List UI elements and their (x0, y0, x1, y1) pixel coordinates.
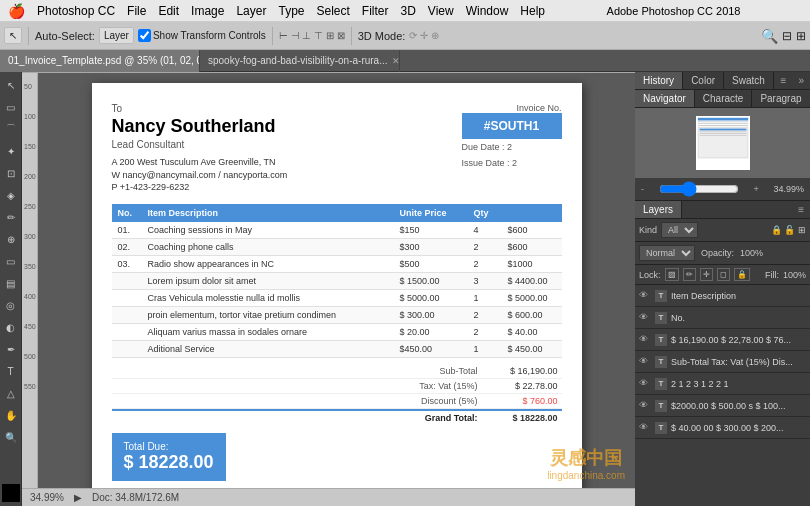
layer-visibility-icon[interactable]: 👁 (639, 422, 651, 434)
tool-eraser[interactable]: ▭ (2, 252, 20, 270)
menu-window[interactable]: Window (466, 4, 509, 18)
menu-photoshop[interactable]: Photoshop CC (37, 4, 115, 18)
col-total (502, 204, 562, 222)
tab-color[interactable]: Color (683, 72, 724, 89)
menu-image[interactable]: Image (191, 4, 224, 18)
cell-total: $600 (502, 238, 562, 255)
list-item[interactable]: 👁 T $ 40.00 00 $ 300.00 $ 200... (635, 417, 810, 439)
list-item[interactable]: 👁 T No. (635, 307, 810, 329)
tab-spooky[interactable]: spooky-fog-and-bad-visibility-on-a-rura.… (200, 50, 400, 72)
tab-history[interactable]: History (635, 72, 683, 89)
lock-image-btn[interactable]: ✏ (683, 268, 696, 281)
panel-tabs-history: History Color Swatch ≡ » (635, 72, 810, 90)
show-transform-checkbox[interactable] (138, 29, 151, 42)
tool-move[interactable]: ↖ (2, 76, 20, 94)
menu-edit[interactable]: Edit (158, 4, 179, 18)
show-transform-label[interactable]: Show Transform Controls (138, 29, 266, 42)
navigator-panel: Navigator Characte Paragrap Glyphs (635, 90, 810, 201)
document-view[interactable]: To Nancy Southerland Lead Consultant A 2… (38, 73, 635, 506)
tab-swatch[interactable]: Swatch (724, 72, 774, 89)
nav-zoom-out-icon[interactable]: - (641, 184, 644, 194)
tool-path[interactable]: △ (2, 384, 20, 402)
menu-view[interactable]: View (428, 4, 454, 18)
layer-visibility-icon[interactable]: 👁 (639, 400, 651, 412)
list-item[interactable]: 👁 T $ 16,190.00 $ 22,78.00 $ 76... (635, 329, 810, 351)
tab-character[interactable]: Characte (695, 90, 753, 107)
menu-3d[interactable]: 3D (401, 4, 416, 18)
tab-paragraph[interactable]: Paragrap (752, 90, 810, 107)
address-line3: P +1-423-229-6232 (112, 181, 288, 194)
menu-filter[interactable]: Filter (362, 4, 389, 18)
expand-icon[interactable]: ⊞ (796, 29, 806, 43)
tool-arrow[interactable]: ↖ (4, 27, 22, 44)
layer-visibility-icon[interactable]: 👁 (639, 378, 651, 390)
nav-zoom-slider[interactable] (659, 181, 739, 197)
tool-lasso[interactable]: ⌒ (2, 120, 20, 138)
tool-clone[interactable]: ⊕ (2, 230, 20, 248)
list-item[interactable]: 👁 T Sub-Total Tax: Vat (15%) Dis... (635, 351, 810, 373)
tab-close-spooky[interactable]: ✕ (392, 56, 400, 66)
panel-menu-icon[interactable]: ≡ (775, 72, 793, 89)
list-item[interactable]: 👁 T 2 1 2 3 1 2 2 1 (635, 373, 810, 395)
tool-hand[interactable]: ✋ (2, 406, 20, 424)
apple-menu[interactable]: 🍎 (8, 3, 25, 19)
menu-select[interactable]: Select (316, 4, 349, 18)
tab-layers[interactable]: Layers (635, 201, 682, 218)
ruler-v-mark: 100 (24, 113, 36, 120)
tab-invoice[interactable]: 01_Invoice_Template.psd @ 35% (01, 02, 0… (0, 50, 200, 72)
tool-eyedropper[interactable]: ◈ (2, 186, 20, 204)
nav-preview (635, 108, 810, 178)
tool-text[interactable]: T (2, 362, 20, 380)
close-icon-tr[interactable]: ⊟ (782, 29, 792, 43)
tab-navigator[interactable]: Navigator (635, 90, 695, 107)
blend-mode-select[interactable]: Normal (639, 245, 695, 261)
layer-visibility-icon[interactable]: 👁 (639, 356, 651, 368)
lock-artboard-btn[interactable]: ◻ (717, 268, 730, 281)
layer-name: Sub-Total Tax: Vat (15%) Dis... (671, 357, 806, 367)
tool-blur[interactable]: ◎ (2, 296, 20, 314)
menu-type[interactable]: Type (278, 4, 304, 18)
cell-total: $ 600.00 (502, 306, 562, 323)
search-icon[interactable]: 🔍 (761, 28, 778, 44)
invoice-number: #SOUTH1 (462, 113, 562, 139)
cell-qty: 3 (468, 272, 502, 289)
layer-visibility-icon[interactable]: 👁 (639, 312, 651, 324)
right-panels: History Color Swatch ≡ » 📷 🗑 T Edit Type… (635, 72, 810, 506)
tax-value: $ 22.78.00 (482, 379, 562, 393)
kind-select[interactable]: All (661, 222, 698, 238)
nav-zoom-in-icon[interactable]: + (753, 184, 758, 194)
tool-gradient[interactable]: ▤ (2, 274, 20, 292)
cell-no (112, 323, 142, 340)
invoice-table: No. Item Description Unite Price Qty 01.… (112, 204, 562, 358)
menu-file[interactable]: File (127, 4, 146, 18)
layer-type-icon: T (655, 378, 667, 390)
menu-layer[interactable]: Layer (236, 4, 266, 18)
tool-magic-wand[interactable]: ✦ (2, 142, 20, 160)
tool-crop[interactable]: ⊡ (2, 164, 20, 182)
list-item[interactable]: 👁 T Item Description (635, 285, 810, 307)
cell-total: $600 (502, 222, 562, 239)
table-row: 03. Radio show appearances in NC $500 2 … (112, 255, 562, 272)
tool-zoom[interactable]: 🔍 (2, 428, 20, 446)
cell-qty: 2 (468, 255, 502, 272)
tool-pen[interactable]: ✒ (2, 340, 20, 358)
tool-select-rect[interactable]: ▭ (2, 98, 20, 116)
lock-all-btn[interactable]: 🔒 (734, 268, 750, 281)
lock-position-btn[interactable]: ✛ (700, 268, 713, 281)
panel-expand-icon[interactable]: » (792, 72, 810, 89)
layers-panel-menu[interactable]: ≡ (792, 201, 810, 218)
layer-visibility-icon[interactable]: 👁 (639, 290, 651, 302)
tool-dodge[interactable]: ◐ (2, 318, 20, 336)
canvas-area: 100 150 1100 1150 1200 1250 1300 1350 14… (22, 72, 635, 506)
cell-desc: Lorem ipsum dolor sit amet (142, 272, 394, 289)
tool-brush[interactable]: ✏ (2, 208, 20, 226)
layer-visibility-icon[interactable]: 👁 (639, 334, 651, 346)
list-item[interactable]: 👁 T $2000.00 $ 500.00 s $ 100... (635, 395, 810, 417)
lock-transparent-btn[interactable]: ▨ (665, 268, 679, 281)
discount-label: Discount (5%) (382, 394, 482, 408)
nav-preview-doc (696, 116, 750, 170)
foreground-color[interactable] (2, 484, 20, 502)
menu-help[interactable]: Help (520, 4, 545, 18)
left-toolbar: ↖ ▭ ⌒ ✦ ⊡ ◈ ✏ ⊕ ▭ ▤ ◎ ◐ ✒ T △ ✋ 🔍 (0, 72, 22, 506)
auto-select-dropdown[interactable]: Layer (99, 27, 134, 44)
